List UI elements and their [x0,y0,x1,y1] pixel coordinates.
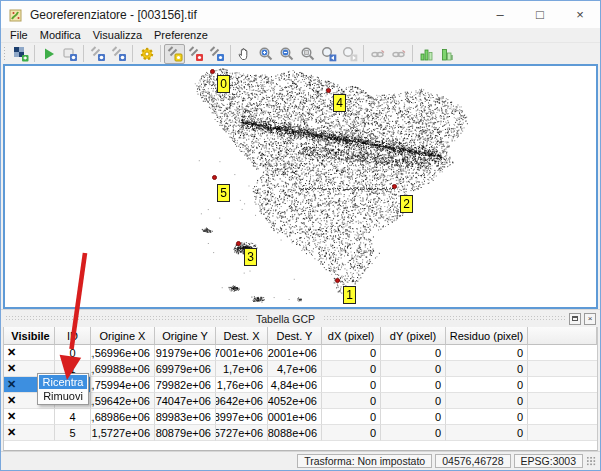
cell-dest-y[interactable]: 4,84e+06 [268,377,322,393]
transformation-settings-button[interactable] [136,44,157,64]
cell-dest-x[interactable]: 1,68997e+06 [216,409,268,425]
cell-dest-y[interactable]: 4,90001e+06 [268,409,322,425]
cell-dest-x[interactable]: 1,59642e+06 [216,393,268,409]
cell-origine-x[interactable]: 1,75994e+06 [91,377,155,393]
move-point-button[interactable] [206,44,227,64]
zoom-to-layer-button[interactable] [297,44,318,64]
cell-dy[interactable]: 0 [381,409,446,425]
start-georeferencing-button[interactable] [38,44,59,64]
gcp-save-icon [111,46,127,62]
dock-close-button[interactable]: × [584,313,596,325]
cell-dy[interactable]: 0 [381,361,446,377]
cell-origine-y[interactable]: 4,80879e+06 [155,425,216,441]
header-residuo[interactable]: Residuo (pixel) [446,327,528,345]
zoom-in-button[interactable] [255,44,276,64]
cell-residuo[interactable]: 0 [446,393,528,409]
cell-filler [528,425,597,441]
cell-residuo[interactable]: 0 [446,345,528,361]
cell-residuo[interactable]: 0 [446,377,528,393]
header-dest-x[interactable]: Dest. X [216,327,268,345]
cell-dx[interactable]: 0 [322,393,381,409]
header-origine-x[interactable]: Origine X [91,327,155,345]
visible-checkbox[interactable]: ✕ [4,425,55,441]
cell-dest-y[interactable]: 4,74052e+06 [268,393,322,409]
full-histogram-stretch-button[interactable] [437,44,458,64]
cell-origine-x[interactable]: 1,56996e+06 [91,345,155,361]
generate-gdal-script-button[interactable] [59,44,80,64]
cell-dx[interactable]: 0 [322,425,381,441]
menu-visualizza[interactable]: Visualizza [87,29,148,41]
zoom-next-button[interactable] [339,44,360,64]
menu-item-ricentra[interactable]: Ricentra [39,375,87,389]
open-raster-button[interactable] [10,44,31,64]
cell-origine-x[interactable]: 1,59642e+06 [91,393,155,409]
cell-dy[interactable]: 0 [381,425,446,441]
menu-item-rimuovi[interactable]: Rimuovi [39,389,87,403]
zoom-last-button[interactable] [318,44,339,64]
cell-dest-x[interactable]: 1,7e+06 [216,361,268,377]
dock-float-button[interactable] [569,313,581,325]
cell-origine-y[interactable]: 4,69979e+06 [155,361,216,377]
cell-id[interactable]: 5 [55,425,91,441]
cell-dy[interactable]: 0 [381,393,446,409]
add-point-button[interactable] [164,44,185,64]
local-histogram-stretch-button[interactable] [416,44,437,64]
menu-preferenze[interactable]: Preferenze [148,29,214,41]
link-qgis-to-georeferencer-button[interactable] [388,44,409,64]
toolbar-drag-handle[interactable] [3,46,7,62]
cell-residuo[interactable]: 0 [446,361,528,377]
cell-dest-x[interactable]: 1,5727e+06 [216,425,268,441]
cell-dest-y[interactable]: 4,92001e+06 [268,345,322,361]
toolbar-separator [132,45,133,62]
cursor-coordinates: 04576,46728 [435,454,510,468]
cell-dest-y[interactable]: 4,8088e+06 [268,425,322,441]
cell-origine-y[interactable]: 4,79982e+06 [155,377,216,393]
cell-id[interactable]: 4 [55,409,91,425]
cell-dy[interactable]: 0 [381,377,446,393]
header-dy[interactable]: dY (pixel) [381,327,446,345]
cell-dest-x[interactable]: 1,76e+06 [216,377,268,393]
cell-dx[interactable]: 0 [322,377,381,393]
cell-dest-x[interactable]: 1,57001e+06 [216,345,268,361]
cell-origine-x[interactable]: 1,5727e+06 [91,425,155,441]
menu-modifica[interactable]: Modifica [34,29,87,41]
hand-icon [237,46,253,62]
table-row: ✕ 5 1,5727e+06 4,80879e+06 1,5727e+06 4,… [4,425,597,441]
map-canvas[interactable] [3,64,598,309]
header-dest-y[interactable]: Dest. Y [268,327,322,345]
zoom-out-button[interactable] [276,44,297,64]
close-button[interactable]: × [560,1,600,28]
header-origine-y[interactable]: Origine Y [155,327,216,345]
resize-grip[interactable] [586,456,596,466]
menu-file[interactable]: File [4,29,34,41]
cell-origine-x[interactable]: 1,69988e+06 [91,361,155,377]
toolbar-separator [363,45,364,62]
cell-id[interactable]: 0 [55,345,91,361]
save-gcp-points-button[interactable] [108,44,129,64]
cell-residuo[interactable]: 0 [446,425,528,441]
cell-dx[interactable]: 0 [322,361,381,377]
cell-dest-y[interactable]: 4,7e+06 [268,361,322,377]
cell-dx[interactable]: 0 [322,345,381,361]
load-gcp-points-button[interactable] [87,44,108,64]
visible-checkbox[interactable]: ✕ [4,345,55,361]
cell-origine-x[interactable]: 1,68986e+06 [91,409,155,425]
header-dx[interactable]: dX (pixel) [322,327,381,345]
header-id[interactable]: ID [55,327,91,345]
table-header-row: Visibile ID Origine X Origine Y Dest. X … [4,327,597,345]
minimize-button[interactable]: – [480,1,520,28]
cell-dy[interactable]: 0 [381,345,446,361]
link-georeferencer-to-qgis-button[interactable] [367,44,388,64]
zoom-out-icon [279,46,295,62]
delete-point-button[interactable] [185,44,206,64]
cell-dx[interactable]: 0 [322,409,381,425]
cell-residuo[interactable]: 0 [446,409,528,425]
cell-origine-y[interactable]: 4,89983e+06 [155,409,216,425]
cell-filler [528,361,597,377]
cell-origine-y[interactable]: 4,74047e+06 [155,393,216,409]
header-visibile[interactable]: Visibile [4,327,55,345]
pan-button[interactable] [234,44,255,64]
cell-origine-y[interactable]: 4,91979e+06 [155,345,216,361]
visible-checkbox[interactable]: ✕ [4,409,55,425]
maximize-button[interactable]: □ [520,1,560,28]
